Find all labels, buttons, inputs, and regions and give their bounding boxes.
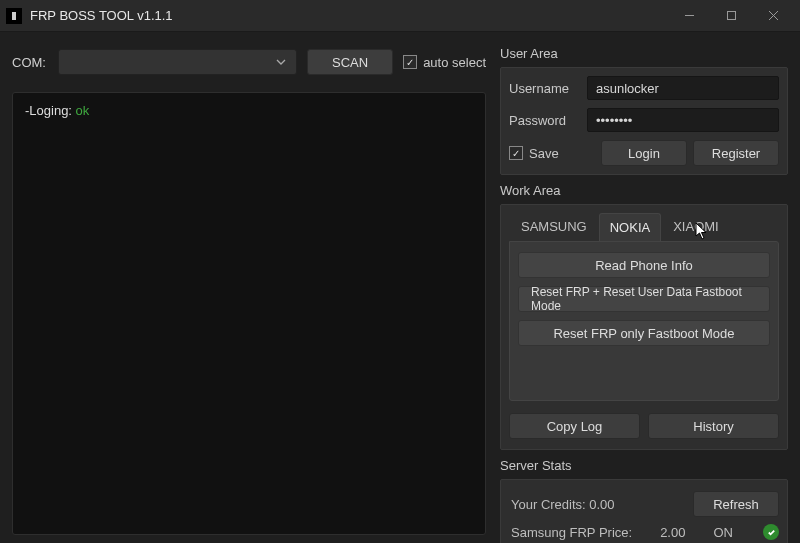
copy-log-button[interactable]: Copy Log bbox=[509, 413, 640, 439]
maximize-button[interactable] bbox=[710, 0, 752, 31]
log-prefix: -Loging: bbox=[25, 103, 76, 118]
server-stats-panel: Your Credits: 0.00 Refresh Samsung FRP P… bbox=[500, 479, 788, 543]
tab-nokia[interactable]: NOKIA bbox=[599, 213, 661, 241]
save-checkbox[interactable]: ✓ Save bbox=[509, 146, 595, 161]
title-bar: FRP BOSS TOOL v1.1.1 bbox=[0, 0, 800, 32]
work-area-title: Work Area bbox=[500, 183, 788, 198]
minimize-button[interactable] bbox=[668, 0, 710, 31]
save-label: Save bbox=[529, 146, 559, 161]
status-ok-badge bbox=[763, 524, 779, 540]
refresh-button[interactable]: Refresh bbox=[693, 491, 779, 517]
auto-select-label: auto select bbox=[423, 55, 486, 70]
window-title: FRP BOSS TOOL v1.1.1 bbox=[30, 8, 668, 23]
samsung-price-status: ON bbox=[713, 525, 733, 540]
scan-button[interactable]: SCAN bbox=[307, 49, 393, 75]
svg-rect-0 bbox=[12, 12, 16, 20]
check-icon: ✓ bbox=[509, 146, 523, 160]
read-phone-info-button[interactable]: Read Phone Info bbox=[518, 252, 770, 278]
app-icon bbox=[6, 8, 22, 24]
log-status: ok bbox=[76, 103, 90, 118]
tab-content: Read Phone Info Reset FRP + Reset User D… bbox=[509, 241, 779, 401]
history-button[interactable]: History bbox=[648, 413, 779, 439]
check-icon bbox=[767, 528, 776, 537]
username-label: Username bbox=[509, 81, 581, 96]
samsung-price-label: Samsung FRP Price: bbox=[511, 525, 632, 540]
reset-frp-userdata-button[interactable]: Reset FRP + Reset User Data Fastboot Mod… bbox=[518, 286, 770, 312]
tab-samsung[interactable]: SAMSUNG bbox=[511, 213, 597, 241]
svg-rect-2 bbox=[727, 12, 735, 20]
login-button[interactable]: Login bbox=[601, 140, 687, 166]
user-area-title: User Area bbox=[500, 46, 788, 61]
auto-select-checkbox[interactable]: ✓ auto select bbox=[403, 55, 486, 70]
server-stats-title: Server Stats bbox=[500, 458, 788, 473]
user-area-panel: Username Password ✓ Save Login Register bbox=[500, 67, 788, 175]
reset-frp-only-button[interactable]: Reset FRP only Fastboot Mode bbox=[518, 320, 770, 346]
chevron-down-icon bbox=[276, 59, 286, 65]
close-button[interactable] bbox=[752, 0, 794, 31]
com-port-select[interactable] bbox=[58, 49, 297, 75]
register-button[interactable]: Register bbox=[693, 140, 779, 166]
com-label: COM: bbox=[12, 55, 48, 70]
work-area-panel: SAMSUNG NOKIA XIAOMI Read Phone Info Res… bbox=[500, 204, 788, 450]
tab-xiaomi[interactable]: XIAOMI bbox=[663, 213, 729, 241]
samsung-price-value: 2.00 bbox=[660, 525, 685, 540]
username-input[interactable] bbox=[587, 76, 779, 100]
log-output: -Loging: ok bbox=[12, 92, 486, 535]
password-label: Password bbox=[509, 113, 581, 128]
password-input[interactable] bbox=[587, 108, 779, 132]
check-icon: ✓ bbox=[403, 55, 417, 69]
credits-label: Your Credits: 0.00 bbox=[511, 497, 615, 512]
